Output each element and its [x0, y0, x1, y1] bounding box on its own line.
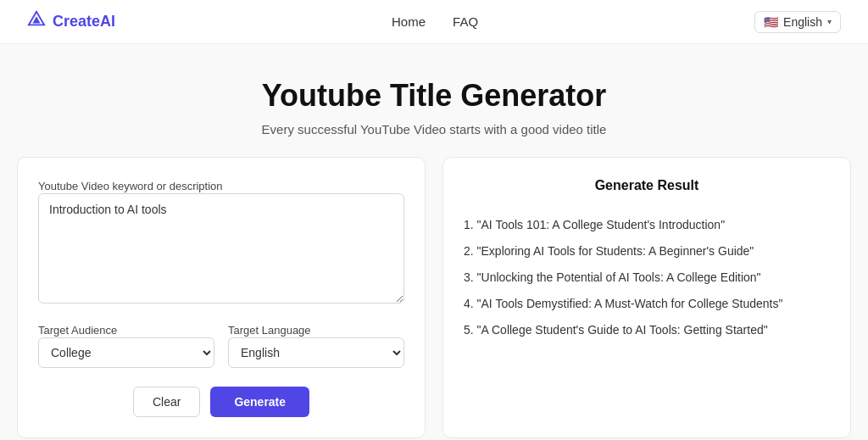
- language-selector[interactable]: 🇺🇸 English ▾: [754, 11, 841, 33]
- generate-button[interactable]: Generate: [210, 387, 309, 417]
- language-label: English: [783, 15, 822, 29]
- language-label: Target Language: [228, 324, 311, 337]
- two-col-selects: Target Audience College General Students…: [38, 322, 404, 368]
- audience-label: Target Audience: [38, 324, 117, 337]
- language-select[interactable]: English Spanish French German: [228, 337, 404, 368]
- list-item: 2. "Exploring AI Tools for Students: A B…: [464, 238, 830, 265]
- list-item: 5. "A College Student's Guide to AI Tool…: [464, 317, 830, 343]
- main-nav: Home FAQ: [392, 14, 478, 29]
- logo-text: CreateAI: [53, 13, 115, 31]
- list-item: 3. "Unlocking the Potential of AI Tools:…: [464, 265, 830, 291]
- action-buttons: Clear Generate: [38, 387, 404, 417]
- result-title: Generate Result: [464, 178, 830, 193]
- input-panel: Youtube Video keyword or description Int…: [17, 157, 426, 438]
- logo-icon: [27, 10, 46, 34]
- clear-button[interactable]: Clear: [133, 387, 200, 417]
- page-subtitle: Every successful YouTube Video starts wi…: [0, 122, 868, 136]
- nav-faq[interactable]: FAQ: [453, 14, 478, 29]
- keyword-textarea[interactable]: Introduction to AI tools: [38, 193, 404, 304]
- result-list: 1. "AI Tools 101: A College Student's In…: [464, 212, 830, 343]
- page-title: Youtube Title Generator: [0, 78, 868, 114]
- list-item: 4. "AI Tools Demystified: A Must-Watch f…: [464, 291, 830, 317]
- header: CreateAI Home FAQ 🇺🇸 English ▾: [0, 0, 868, 44]
- keyword-label: Youtube Video keyword or description: [38, 180, 223, 192]
- hero-section: Youtube Title Generator Every successful…: [0, 44, 868, 157]
- list-item: 1. "AI Tools 101: A College Student's In…: [464, 212, 830, 238]
- result-panel: Generate Result 1. "AI Tools 101: A Coll…: [442, 157, 851, 438]
- chevron-down-icon: ▾: [827, 17, 832, 26]
- logo-container: CreateAI: [27, 10, 115, 34]
- target-audience-group: Target Audience College General Students…: [38, 322, 214, 368]
- main-content: Youtube Video keyword or description Int…: [0, 157, 868, 440]
- nav-home[interactable]: Home: [392, 14, 426, 29]
- target-language-group: Target Language English Spanish French G…: [228, 322, 404, 368]
- audience-select[interactable]: College General Students Professionals: [38, 337, 214, 368]
- flag-icon: 🇺🇸: [764, 15, 778, 29]
